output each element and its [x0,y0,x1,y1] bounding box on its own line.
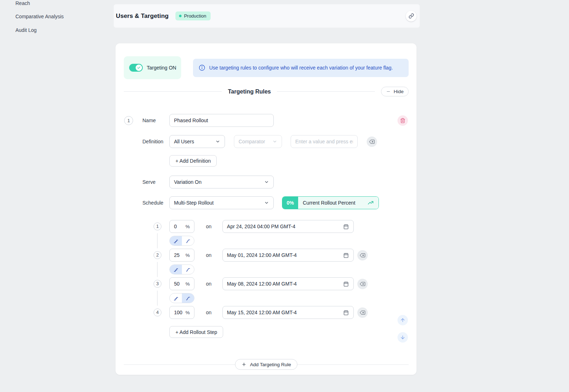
comparator-select[interactable]: Comparator [234,135,282,148]
rule-number-badge: 1 [124,116,133,125]
step-percent-field[interactable]: % [169,220,194,233]
chevron-down-icon [264,200,269,205]
sidebar-item-reach[interactable]: Reach [15,0,30,6]
divider-line [277,91,375,92]
calendar-icon[interactable] [343,252,349,258]
step-percent-input[interactable] [174,310,185,315]
hide-rules-button[interactable]: Hide [381,87,409,96]
calendar-icon[interactable] [343,281,349,287]
step-date-value: May 08, 2024 12:00 AM GMT-4 [227,281,343,287]
sidebar-item-audit-log[interactable]: Audit Log [15,27,37,33]
remove-step-button[interactable] [357,307,368,318]
page-header: Users & Targeting Production [114,4,420,28]
add-definition-button[interactable]: + Add Definition [169,155,217,167]
minus-icon [386,89,391,94]
rollout-step-row: 2 % on May 01, 2024 12:00 AM GMT-4 [124,249,409,262]
definition-label: Definition [142,139,163,144]
check-icon [136,64,142,71]
step-date-field[interactable]: May 01, 2024 12:00 AM GMT-4 [222,249,354,262]
percent-unit: % [185,224,190,229]
definition-select-value: All Users [174,139,194,144]
step-mode-icon[interactable] [170,293,182,303]
hide-button-label: Hide [394,89,404,94]
step-number-badge: 2 [154,251,161,259]
step-number-badge: 4 [154,309,161,316]
trend-up-icon [367,200,374,206]
step-date-field[interactable]: May 15, 2024 12:00 AM GMT-4 [222,306,354,319]
current-rollout-badge: 0% Current Rollout Percent [282,196,379,209]
serve-select-value: Variation On [174,179,202,185]
add-targeting-rule-label: Add Targeting Rule [250,362,291,367]
linear-mode-icon[interactable] [182,236,194,245]
add-rollout-step-button[interactable]: + Add Rollout Step [169,326,223,338]
step-transition-row [124,236,409,246]
step-connector-line [157,291,157,306]
targeting-toggle-label: Targeting ON [147,65,176,71]
percent-unit: % [185,310,190,315]
add-targeting-rule-button[interactable]: Add Targeting Rule [235,359,298,370]
divider-line [297,364,409,365]
step-percent-field[interactable]: % [169,249,194,262]
step-date-value: May 01, 2024 12:00 AM GMT-4 [227,252,343,258]
step-number-badge: 3 [154,280,161,288]
step-transition-row [124,293,409,303]
step-date-field[interactable]: Apr 24, 2024 04:00 PM GMT-4 [222,220,354,233]
linear-mode-icon[interactable] [182,265,194,274]
percent-unit: % [185,281,190,287]
environment-badge: Production [175,11,211,20]
backspace-icon [360,253,365,258]
current-rollout-label: Current Rollout Percent [303,200,365,206]
name-label: Name [142,118,156,123]
move-rule-up-button[interactable] [398,315,408,325]
transition-mode-toggle[interactable] [169,236,194,246]
step-percent-input[interactable] [174,224,185,229]
calendar-icon[interactable] [343,310,349,316]
rollout-step-row: 1 % on Apr 24, 2024 04:00 PM GMT-4 [124,220,409,233]
comparator-select-placeholder: Comparator [239,139,265,144]
serve-select[interactable]: Variation On [169,176,274,188]
toggle-switch[interactable] [129,64,143,72]
step-percent-input[interactable] [174,281,185,287]
on-label: on [206,310,212,315]
backspace-icon [369,139,375,144]
remove-step-button[interactable] [357,250,368,260]
environment-label: Production [184,13,206,19]
arrow-up-icon [400,317,405,323]
trash-icon [400,118,405,123]
schedule-select[interactable]: Multi-Step Rollout [169,196,274,209]
definition-select[interactable]: All Users [169,135,225,148]
step-mode-icon[interactable] [170,236,182,245]
clear-definition-button[interactable] [367,137,377,147]
linear-mode-icon[interactable] [182,293,194,303]
arrow-down-icon [400,335,405,340]
on-label: on [206,224,212,229]
step-percent-field[interactable]: % [169,306,194,319]
step-connector-line [157,233,157,248]
transition-mode-toggle[interactable] [169,293,194,303]
backspace-icon [360,310,365,315]
plus-icon [241,362,246,367]
rule-name-input[interactable] [169,114,274,127]
definition-value-input[interactable] [291,135,358,148]
step-date-value: May 15, 2024 12:00 AM GMT-4 [227,310,343,315]
sidebar-item-comparative-analysis[interactable]: Comparative Analysis [15,14,64,19]
rollout-step-row: 4 % on May 15, 2024 12:00 AM GMT-4 [124,306,409,319]
move-rule-down-button[interactable] [398,332,408,343]
step-percent-field[interactable]: % [169,277,194,290]
divider-line [124,364,235,365]
serve-label: Serve [142,179,156,185]
step-date-field[interactable]: May 08, 2024 12:00 AM GMT-4 [222,277,354,290]
calendar-icon[interactable] [343,224,349,230]
info-banner-text: Use targeting rules to configure who wil… [209,65,393,71]
step-percent-input[interactable] [174,252,185,258]
transition-mode-toggle[interactable] [169,264,194,274]
current-rollout-percent: 0% [282,197,298,209]
chevron-down-icon [272,139,277,144]
remove-step-button[interactable] [357,279,368,289]
step-number-badge: 1 [154,223,161,230]
delete-rule-button[interactable] [398,115,408,126]
targeting-toggle[interactable]: Targeting ON [124,56,181,79]
on-label: on [206,281,212,287]
step-mode-icon[interactable] [170,265,182,274]
copy-link-button[interactable] [406,11,417,21]
